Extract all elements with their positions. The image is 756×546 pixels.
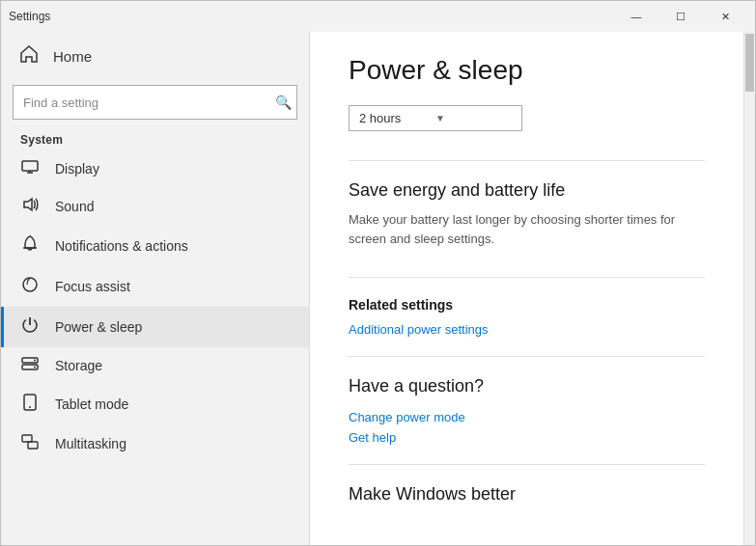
divider-2	[349, 277, 705, 278]
title-bar: Settings — ☐ ✕	[1, 1, 755, 32]
sidebar-item-sound-label: Sound	[55, 199, 94, 214]
sidebar-item-storage[interactable]: Storage	[1, 347, 309, 384]
sidebar-item-tablet[interactable]: Tablet mode	[1, 384, 309, 424]
have-question-heading: Have a question?	[349, 376, 705, 396]
home-label: Home	[53, 48, 92, 65]
make-better-heading: Make Windows better	[349, 484, 705, 505]
get-help-link[interactable]: Get help	[349, 430, 705, 445]
minimize-button[interactable]: —	[614, 1, 658, 32]
page-title: Power & sleep	[349, 55, 705, 86]
additional-power-link[interactable]: Additional power settings	[349, 322, 705, 337]
display-icon	[20, 160, 40, 177]
sidebar-item-multitasking-label: Multitasking	[55, 436, 126, 451]
search-input[interactable]	[13, 85, 297, 120]
divider-3	[349, 356, 705, 357]
svg-rect-0	[22, 161, 38, 171]
focus-icon	[20, 276, 40, 297]
sound-icon	[20, 197, 40, 216]
window-title: Settings	[9, 10, 614, 23]
svg-point-9	[34, 367, 36, 369]
maximize-button[interactable]: ☐	[658, 1, 703, 32]
svg-rect-12	[22, 435, 32, 442]
svg-marker-3	[24, 199, 32, 210]
divider-4	[349, 464, 705, 465]
save-energy-heading: Save energy and battery life	[349, 180, 705, 201]
main-panel: Power & sleep 2 hours ▼ Save energy and …	[310, 32, 743, 545]
sidebar-item-multitasking[interactable]: Multitasking	[1, 424, 309, 463]
sidebar-item-focus-label: Focus assist	[55, 279, 130, 294]
sidebar-item-display[interactable]: Display	[1, 150, 309, 187]
divider-1	[349, 160, 705, 161]
search-icon[interactable]: 🔍	[275, 95, 292, 110]
dropdown-value: 2 hours	[359, 111, 435, 125]
sidebar-item-notifications-label: Notifications & actions	[55, 238, 188, 254]
notification-icon	[20, 235, 40, 257]
storage-icon	[20, 357, 40, 374]
sidebar-item-tablet-label: Tablet mode	[55, 396, 128, 412]
dropdown-arrow-icon: ▼	[435, 113, 512, 123]
sidebar-item-display-label: Display	[55, 161, 99, 177]
scrollbar-thumb[interactable]	[745, 34, 754, 92]
content-area: Home 🔍 System Display	[1, 32, 755, 545]
svg-rect-13	[28, 442, 38, 449]
save-energy-text: Make your battery last longer by choosin…	[349, 210, 705, 248]
section-label: System	[1, 127, 309, 150]
sidebar: Home 🔍 System Display	[1, 32, 310, 545]
hours-dropdown[interactable]: 2 hours ▼	[349, 105, 522, 131]
svg-point-5	[23, 278, 37, 291]
sidebar-home[interactable]: Home	[1, 32, 309, 81]
sidebar-item-notifications[interactable]: Notifications & actions	[1, 226, 309, 266]
sidebar-item-focus[interactable]: Focus assist	[1, 266, 309, 307]
sidebar-item-sound[interactable]: Sound	[1, 187, 309, 226]
close-button[interactable]: ✕	[703, 1, 747, 32]
sidebar-item-power-label: Power & sleep	[55, 319, 142, 335]
related-settings-heading: Related settings	[349, 297, 705, 313]
svg-point-11	[29, 406, 31, 408]
search-box: 🔍	[13, 85, 297, 120]
sidebar-item-power[interactable]: Power & sleep	[1, 307, 309, 347]
svg-point-8	[34, 360, 36, 362]
home-icon	[20, 45, 38, 68]
window-controls: — ☐ ✕	[614, 1, 747, 32]
scrollbar-track[interactable]	[743, 32, 755, 545]
sidebar-item-storage-label: Storage	[55, 358, 102, 373]
change-power-mode-link[interactable]: Change power mode	[349, 410, 705, 424]
power-icon	[20, 316, 40, 338]
settings-window: Settings — ☐ ✕ Home 🔍	[0, 0, 756, 546]
tablet-icon	[20, 394, 40, 415]
multitask-icon	[20, 434, 40, 453]
